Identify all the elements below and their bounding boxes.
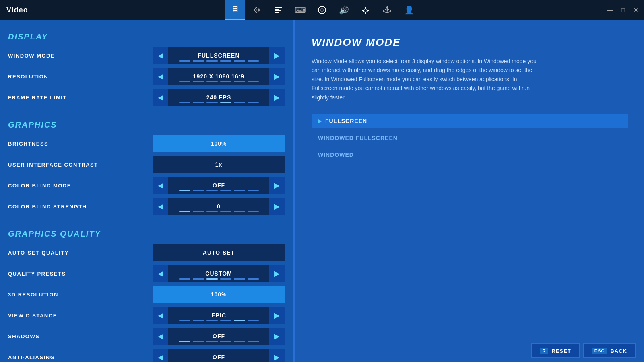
option-windowed-fullscreen[interactable]: WINDOWED FULLSCREEN (312, 131, 628, 145)
reset-button[interactable]: R RESET (531, 343, 580, 358)
resolution-value: 1920 X 1080 16:9 (168, 68, 269, 85)
back-button[interactable]: ESC BACK (583, 343, 636, 358)
nav-network[interactable] (355, 0, 376, 20)
shadows-row: SHADOWS ◀ OFF ▶ (8, 328, 285, 345)
auto-set-quality-row: AUTO-SET QUALITY AUTO-SET (8, 244, 285, 261)
svg-rect-12 (365, 12, 366, 14)
quality-presets-control: ◀ CUSTOM ▶ (153, 265, 285, 282)
main-container: DISPLAY WINDOW MODE ◀ FULLSCREEN (0, 20, 644, 362)
nav-account[interactable]: 👤 (399, 0, 419, 20)
color-blind-mode-next[interactable]: ▶ (269, 177, 285, 194)
info-description: Window Mode allows you to select from 3 … (312, 57, 537, 102)
auto-set-quality-label: AUTO-SET QUALITY (8, 250, 153, 256)
svg-point-6 (323, 10, 324, 11)
view-distance-label: VIEW DISTANCE (8, 313, 153, 319)
color-blind-strength-value: 0 (168, 198, 269, 215)
color-blind-mode-row: COLOR BLIND MODE ◀ OFF ▶ (8, 177, 285, 194)
window-mode-options: ▶ FULLSCREEN WINDOWED FULLSCREEN WINDOWE… (312, 114, 628, 162)
shadows-control: ◀ OFF ▶ (153, 328, 285, 345)
resolution-row: RESOLUTION ◀ 1920 X 1080 16:9 ▶ (8, 68, 285, 85)
nav-audio[interactable]: 🔊 (334, 0, 354, 20)
nav-gear[interactable]: ⚙ (247, 0, 267, 20)
color-blind-strength-prev[interactable]: ◀ (153, 198, 168, 215)
svg-point-8 (322, 11, 323, 12)
window-title: Video (6, 6, 28, 14)
quality-presets-next[interactable]: ▶ (269, 265, 285, 282)
color-blind-strength-control: ◀ 0 ▶ (153, 198, 285, 215)
window-mode-slider (168, 60, 269, 62)
color-blind-mode-prev[interactable]: ◀ (153, 177, 168, 194)
color-blind-mode-slider (168, 190, 269, 191)
bottom-bar: R RESET ESC BACK (523, 339, 644, 362)
nav-keyboard[interactable]: ⌨ (290, 0, 310, 20)
shadows-label: SHADOWS (8, 333, 153, 339)
nav-tabs: 🖥 ⚙ ⌨ 🔊 🕹 👤 (225, 0, 419, 20)
svg-line-13 (363, 8, 365, 10)
color-blind-mode-control: ◀ OFF ▶ (153, 177, 285, 194)
shadows-next[interactable]: ▶ (269, 328, 285, 345)
3d-resolution-value: 100% (153, 286, 285, 303)
window-mode-prev[interactable]: ◀ (153, 47, 168, 64)
color-blind-strength-next[interactable]: ▶ (269, 198, 285, 215)
svg-rect-3 (275, 12, 279, 13)
frame-rate-slider (168, 102, 269, 103)
option-selected-arrow: ▶ (318, 118, 322, 124)
anti-aliasing-label: ANTI-ALIASING (8, 354, 153, 360)
svg-rect-1 (275, 9, 279, 10)
graphics-quality-section-header: GRAPHICS QUALITY (8, 229, 285, 239)
quality-presets-prev[interactable]: ◀ (153, 265, 168, 282)
title-bar: Video 🖥 ⚙ ⌨ 🔊 🕹 👤 — □ ✕ (0, 0, 644, 20)
frame-rate-prev[interactable]: ◀ (153, 89, 168, 106)
display-section-header: DISPLAY (8, 32, 285, 41)
option-fullscreen-label: FULLSCREEN (325, 118, 367, 124)
window-mode-next[interactable]: ▶ (269, 47, 285, 64)
color-blind-mode-value: OFF (168, 177, 269, 194)
window-controls: — □ ✕ (605, 5, 641, 15)
back-key: ESC (592, 348, 607, 354)
resolution-next[interactable]: ▶ (269, 68, 285, 85)
anti-aliasing-row: ANTI-ALIASING ◀ OFF ▶ (8, 349, 285, 362)
auto-set-quality-control: AUTO-SET (153, 244, 285, 261)
svg-rect-9 (365, 7, 366, 8)
view-distance-next[interactable]: ▶ (269, 307, 285, 324)
quality-presets-value: CUSTOM (168, 265, 269, 282)
ui-contrast-value: 1x (153, 156, 285, 173)
maximize-button[interactable]: □ (618, 5, 628, 15)
anti-aliasing-prev[interactable]: ◀ (153, 349, 168, 362)
option-windowed-fullscreen-label: WINDOWED FULLSCREEN (318, 135, 398, 141)
option-fullscreen[interactable]: ▶ FULLSCREEN (312, 114, 628, 128)
3d-resolution-control: 100% (153, 286, 285, 303)
ui-contrast-control: 1x (153, 156, 285, 173)
resolution-prev[interactable]: ◀ (153, 68, 168, 85)
right-panel: WINDOW MODE Window Mode allows you to se… (295, 20, 644, 362)
svg-line-14 (365, 8, 368, 10)
shadows-prev[interactable]: ◀ (153, 328, 168, 345)
anti-aliasing-next[interactable]: ▶ (269, 349, 285, 362)
quality-presets-slider (168, 278, 269, 280)
svg-rect-0 (275, 7, 282, 8)
minimize-button[interactable]: — (605, 5, 615, 15)
svg-rect-2 (275, 10, 281, 11)
frame-rate-value: 240 FPS (168, 89, 269, 106)
svg-point-4 (318, 6, 326, 14)
view-distance-prev[interactable]: ◀ (153, 307, 168, 324)
resolution-slider (168, 81, 269, 82)
option-windowed[interactable]: WINDOWED (312, 148, 628, 162)
window-mode-control: ◀ FULLSCREEN ▶ (153, 47, 285, 64)
quality-presets-row: QUALITY PRESETS ◀ CUSTOM ▶ (8, 265, 285, 282)
nav-gamepad2[interactable] (312, 0, 332, 20)
svg-line-16 (365, 11, 368, 12)
resolution-control: ◀ 1920 X 1080 16:9 ▶ (153, 68, 285, 85)
3d-resolution-label: 3D RESOLUTION (8, 292, 153, 298)
brightness-label: BRIGHTNESS (8, 141, 153, 147)
svg-point-5 (320, 10, 322, 11)
back-label: BACK (610, 348, 627, 354)
option-windowed-label: WINDOWED (318, 152, 354, 158)
close-button[interactable]: ✕ (631, 5, 641, 15)
color-blind-strength-label: COLOR BLIND STRENGTH (8, 204, 153, 210)
nav-controller[interactable]: 🕹 (377, 0, 397, 20)
svg-line-15 (363, 11, 365, 12)
nav-text[interactable] (268, 0, 289, 20)
frame-rate-next[interactable]: ▶ (269, 89, 285, 106)
nav-monitor[interactable]: 🖥 (225, 0, 245, 20)
